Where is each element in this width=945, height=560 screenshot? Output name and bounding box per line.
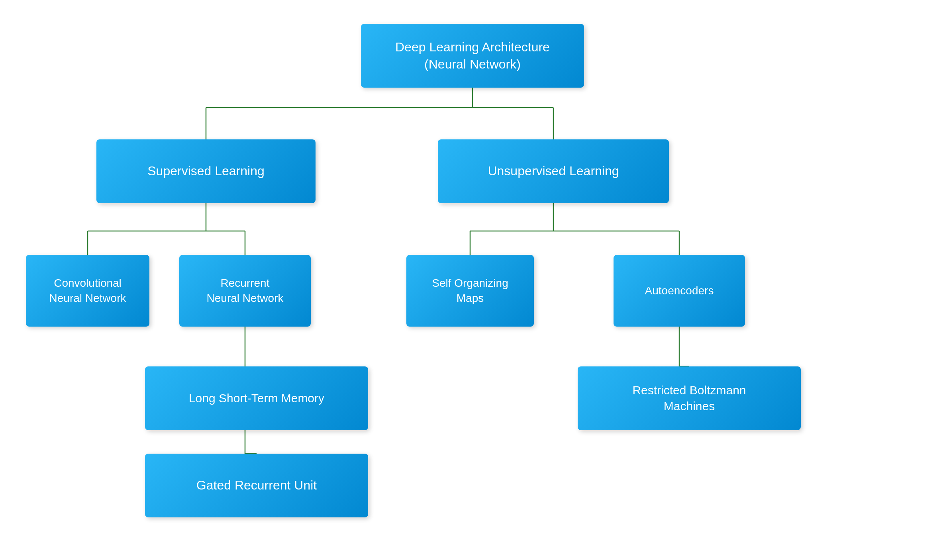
som-node: Self OrganizingMaps (406, 255, 534, 327)
diagram: Deep Learning Architecture(Neural Networ… (0, 0, 945, 560)
unsupervised-learning-node: Unsupervised Learning (438, 139, 669, 203)
cnn-node: ConvolutionalNeural Network (26, 255, 149, 327)
rbm-node: Restricted BoltzmannMachines (578, 366, 801, 430)
autoencoders-node: Autoencoders (614, 255, 745, 327)
rnn-node: RecurrentNeural Network (179, 255, 311, 327)
gru-node: Gated Recurrent Unit (145, 454, 368, 517)
root-node: Deep Learning Architecture(Neural Networ… (361, 24, 584, 88)
lstm-node: Long Short-Term Memory (145, 366, 368, 430)
supervised-learning-node: Supervised Learning (96, 139, 316, 203)
